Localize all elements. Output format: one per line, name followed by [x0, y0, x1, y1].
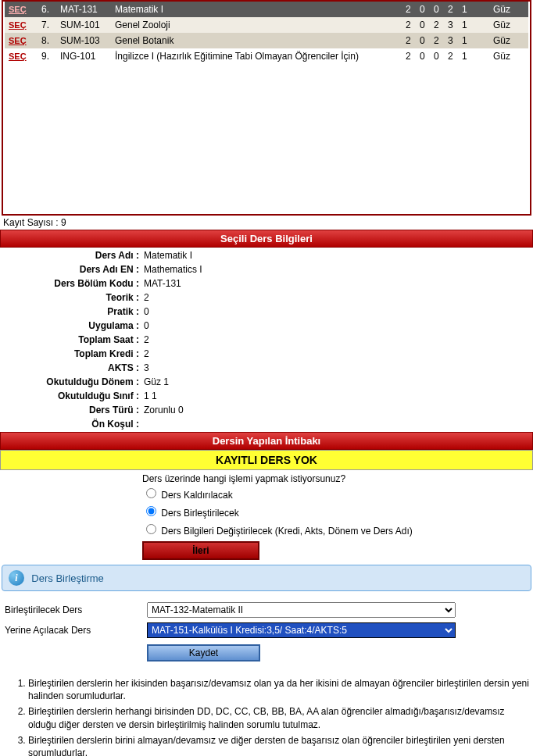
section-selected-course: Seçili Ders Bilgileri: [0, 230, 533, 248]
detail-label: Ön Koşul :: [2, 418, 141, 430]
save-button[interactable]: Kaydet: [147, 644, 260, 662]
note-item: Birleştirilen derslerin herhangi birisin…: [28, 705, 530, 730]
record-count: Kayıt Sayısı : 9: [0, 216, 533, 230]
detail-value: Mathematics I: [142, 263, 531, 276]
notes-list: Birleştirilen derslerin her ikisinden ba…: [0, 674, 533, 756]
detail-label: AKTS :: [2, 362, 141, 374]
info-panel: i Ders Birleştirme: [2, 565, 531, 591]
detail-label: Ders Adı EN :: [2, 263, 141, 276]
course-table: SEÇ 6. MAT-131 Matematik I 2 0 0 2 1 Güz…: [5, 2, 528, 64]
radio-merge-course[interactable]: [146, 506, 156, 516]
merge-target-select[interactable]: MAT-151-Kalkülüs I Kredisi:3,5/ Saat:4/A…: [147, 622, 456, 638]
radio-change-label: Ders Bilgileri Değiştirilecek (Kredi, Ak…: [161, 526, 412, 537]
merge-source-label: Birleştirilecek Ders: [3, 601, 144, 619]
radio-remove-course[interactable]: [146, 488, 156, 498]
detail-value: 2: [142, 333, 531, 346]
select-link[interactable]: SEÇ: [9, 36, 27, 45]
table-header-row: SEÇ 6. MAT-131 Matematik I 2 0 0 2 1 Güz: [5, 2, 528, 17]
detail-label: Ders Bölüm Kodu :: [2, 277, 141, 290]
detail-label: Teorik :: [2, 291, 141, 304]
detail-label: Okutulduğu Sınıf :: [2, 390, 141, 402]
detail-label: Okutulduğu Dönem :: [2, 376, 141, 388]
info-title: Ders Birleştirme: [31, 572, 103, 584]
detail-value: [142, 418, 531, 430]
info-icon: i: [9, 570, 24, 586]
detail-value: Matematik I: [142, 249, 531, 262]
detail-label: Toplam Saat :: [2, 333, 141, 346]
detail-value: Güz 1: [142, 376, 531, 388]
note-item: Birleştirilen derslerin birini almayan/d…: [28, 734, 530, 756]
detail-value: 2: [142, 291, 531, 304]
section-intibak: Dersin Yapılan İntibakı: [0, 432, 533, 450]
radio-merge-label: Ders Birleştirilecek: [161, 508, 238, 519]
detail-value: 0: [142, 305, 531, 318]
table-row: SEÇ7.SUM-101Genel Zooloji20231Güz: [5, 17, 528, 33]
detail-value: Zorunlu 0: [142, 404, 531, 416]
next-button[interactable]: İleri: [142, 541, 259, 560]
table-row: SEÇ8.SUM-103Genel Botanik20231Güz: [5, 33, 528, 48]
select-link-header[interactable]: SEÇ: [9, 5, 27, 14]
course-details: Ders Adı :Matematik IDers Adı EN :Mathem…: [0, 248, 533, 432]
no-record-bar: KAYITLI DERS YOK: [0, 450, 533, 470]
merge-source-select[interactable]: MAT-132-Matematik II: [147, 602, 456, 618]
detail-label: Toplam Kredi :: [2, 348, 141, 360]
detail-label: Ders Adı :: [2, 249, 141, 262]
merge-target-label: Yerine Açılacak Ders: [3, 621, 144, 640]
detail-value: MAT-131: [142, 277, 531, 290]
radio-remove-label: Ders Kaldırılacak: [161, 490, 232, 501]
select-link[interactable]: SEÇ: [9, 52, 27, 61]
select-link[interactable]: SEÇ: [9, 20, 27, 30]
detail-label: Ders Türü :: [2, 404, 141, 416]
question-text: Ders üzerinde hangi işlemi yapmak istiyo…: [142, 473, 533, 484]
detail-label: Uygulama :: [2, 319, 141, 332]
detail-value: 2: [142, 348, 531, 360]
radio-change-info[interactable]: [146, 524, 156, 534]
table-row: SEÇ9.ING-101İngilizce I (Hazırlık Eğitim…: [5, 48, 528, 64]
detail-value: 0: [142, 319, 531, 332]
note-item: Birleştirilen derslerin her ikisinden ba…: [28, 677, 530, 702]
detail-value: 1 1: [142, 390, 531, 402]
detail-label: Pratik :: [2, 305, 141, 318]
detail-value: 3: [142, 362, 531, 374]
